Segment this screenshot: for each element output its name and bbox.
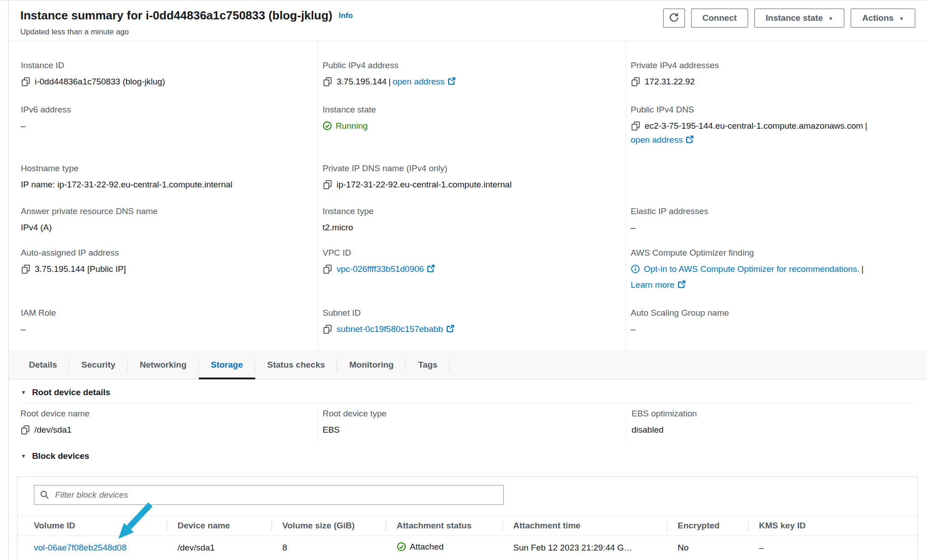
field-label: EBS optimization bbox=[632, 408, 915, 420]
block-devices-table-header: Volume ID Device name Volume size (GiB) … bbox=[18, 516, 918, 536]
field-instance-id: Instance ID i-0dd44836a1c750833 (blog-jk… bbox=[21, 60, 307, 104]
copy-icon[interactable] bbox=[323, 77, 332, 86]
status-attached-icon bbox=[397, 542, 406, 554]
root-device-type-value: EBS bbox=[323, 423, 626, 437]
connect-button-label: Connect bbox=[702, 13, 737, 23]
field-instance-type: Instance type t2.micro bbox=[323, 205, 615, 247]
pipe-separator: | bbox=[860, 264, 866, 274]
block-devices-header[interactable]: ▼ Block devices bbox=[20, 444, 915, 467]
ipv6-value: – bbox=[21, 119, 307, 133]
instance-type-value: t2.micro bbox=[323, 220, 615, 234]
column-header-device-name: Device name bbox=[167, 521, 272, 531]
updated-timestamp: Updated less than a minute ago bbox=[20, 27, 353, 37]
public-dns-value: ec2-3-75-195-144.eu-central-1.compute.am… bbox=[645, 121, 863, 131]
field-root-device-name: Root device name /dev/sda1 bbox=[20, 408, 318, 444]
compute-optimizer-opt-in-link[interactable]: Opt-in to AWS Compute Optimizer for reco… bbox=[644, 264, 860, 274]
tab-status-checks[interactable]: Status checks bbox=[255, 350, 337, 379]
filter-container bbox=[34, 485, 504, 505]
column-header-attachment-time: Attachment time bbox=[502, 521, 667, 531]
field-root-device-type: Root device type EBS bbox=[318, 408, 626, 444]
field-public-ipv4: Public IPv4 address 3.75.195.144|open ad… bbox=[323, 60, 615, 104]
field-label: Instance state bbox=[323, 104, 615, 116]
open-address-link[interactable]: open address bbox=[393, 77, 445, 86]
encrypted-cell: No bbox=[667, 543, 748, 553]
subnet-id-link[interactable]: subnet-0c19f580c157ebabb bbox=[337, 324, 443, 334]
field-compute-optimizer: AWS Compute Optimizer finding Opt-in to … bbox=[631, 247, 916, 307]
tab-security[interactable]: Security bbox=[69, 350, 127, 379]
actions-dropdown[interactable]: Actions▼ bbox=[851, 9, 915, 28]
instance-state-value: Running bbox=[336, 121, 368, 131]
copy-icon[interactable] bbox=[631, 77, 640, 86]
field-label: Public IPv4 DNS bbox=[631, 104, 916, 116]
field-label: Elastic IP addresses bbox=[631, 205, 916, 217]
copy-icon[interactable] bbox=[21, 264, 30, 274]
volume-size-cell: 8 bbox=[272, 543, 386, 553]
field-public-dns: Public IPv4 DNS ec2-3-75-195-144.eu-cent… bbox=[631, 104, 916, 163]
copy-icon[interactable] bbox=[323, 264, 332, 274]
tab-details[interactable]: Details bbox=[20, 350, 69, 379]
public-ipv4-value: 3.75.195.144 bbox=[337, 77, 387, 86]
field-ebs-optimization: EBS optimization disabled bbox=[626, 408, 915, 444]
field-label: Answer private resource DNS name bbox=[21, 205, 307, 217]
vpc-id-link[interactable]: vpc-026ffff33b51d0906 bbox=[337, 264, 424, 274]
column-header-attachment-status: Attachment status bbox=[386, 521, 502, 531]
kms-key-id-cell: – bbox=[748, 543, 918, 553]
private-dns-value: ip-172-31-22-92.eu-central-1.compute.int… bbox=[337, 180, 512, 189]
copy-icon[interactable] bbox=[21, 77, 30, 86]
field-label: IPv6 address bbox=[21, 104, 307, 116]
column-header-kms-key-id: KMS key ID bbox=[748, 521, 918, 531]
tab-networking[interactable]: Networking bbox=[127, 350, 198, 379]
page-header: Instance summary for i-0dd44836a1c750833… bbox=[9, 0, 927, 41]
private-ipv4-value: 172.31.22.92 bbox=[645, 77, 695, 86]
column-header-volume-size: Volume size (GiB) bbox=[272, 521, 386, 531]
open-address-link[interactable]: open address bbox=[631, 135, 683, 145]
collapse-triangle-icon: ▼ bbox=[21, 389, 26, 396]
refresh-button[interactable] bbox=[663, 9, 685, 28]
connect-button[interactable]: Connect bbox=[691, 9, 748, 28]
info-circle-icon bbox=[631, 264, 640, 278]
header-titles: Instance summary for i-0dd44836a1c750833… bbox=[20, 8, 353, 37]
field-vpc-id: VPC ID vpc-026ffff33b51d0906 bbox=[323, 247, 615, 307]
volume-id-link[interactable]: vol-06ae7f08eb2548d08 bbox=[34, 543, 126, 552]
copy-icon[interactable] bbox=[20, 425, 30, 434]
root-device-grid: Root device name /dev/sda1 Root device t… bbox=[20, 403, 915, 444]
auto-ip-value: 3.75.195.144 [Public IP] bbox=[35, 264, 126, 274]
root-device-details-header[interactable]: ▼ Root device details bbox=[20, 379, 915, 403]
copy-icon[interactable] bbox=[323, 324, 332, 334]
field-empty bbox=[631, 163, 916, 205]
column-header-volume-id: Volume ID bbox=[18, 521, 167, 531]
info-link[interactable]: Info bbox=[339, 11, 353, 20]
elastic-ip-value: – bbox=[631, 220, 916, 234]
field-instance-state: Instance state Running bbox=[323, 104, 615, 163]
external-link-icon bbox=[677, 279, 686, 293]
learn-more-link[interactable]: Learn more bbox=[631, 280, 674, 289]
field-label: Root device name bbox=[20, 408, 318, 420]
block-devices-panel: Volume ID Device name Volume size (GiB) … bbox=[17, 476, 918, 560]
field-label: VPC ID bbox=[323, 247, 615, 259]
summary-column-3: Private IPv4 addresses 172.31.22.92 Publ… bbox=[626, 41, 927, 350]
summary-column-2: Public IPv4 address 3.75.195.144|open ad… bbox=[318, 41, 626, 350]
copy-icon[interactable] bbox=[631, 121, 640, 131]
search-icon bbox=[40, 490, 49, 501]
external-link-icon bbox=[426, 263, 435, 277]
copy-icon[interactable] bbox=[323, 180, 332, 189]
instance-summary-grid: Instance ID i-0dd44836a1c750833 (blog-jk… bbox=[9, 41, 927, 350]
block-devices-title: Block devices bbox=[32, 451, 89, 461]
tab-monitoring[interactable]: Monitoring bbox=[337, 350, 406, 379]
filter-block-devices-input[interactable] bbox=[34, 485, 504, 505]
caret-down-icon: ▼ bbox=[899, 16, 904, 21]
pipe-separator: | bbox=[863, 121, 869, 131]
actions-label: Actions bbox=[862, 13, 894, 23]
summary-column-1: Instance ID i-0dd44836a1c750833 (blog-jk… bbox=[9, 41, 318, 350]
column-header-encrypted: Encrypted bbox=[667, 521, 748, 531]
field-label: Public IPv4 address bbox=[323, 60, 615, 71]
instance-state-label: Instance state bbox=[766, 13, 823, 23]
field-private-ipv4: Private IPv4 addresses 172.31.22.92 bbox=[631, 60, 916, 104]
tab-storage[interactable]: Storage bbox=[199, 350, 255, 379]
tab-tags[interactable]: Tags bbox=[406, 350, 449, 379]
ebs-optimization-value: disabled bbox=[632, 423, 915, 437]
answer-dns-value: IPv4 (A) bbox=[21, 220, 307, 234]
instance-state-dropdown[interactable]: Instance state▼ bbox=[754, 9, 845, 28]
instance-summary-page: Instance summary for i-0dd44836a1c750833… bbox=[0, 0, 927, 560]
field-answer-dns: Answer private resource DNS name IPv4 (A… bbox=[21, 205, 307, 247]
